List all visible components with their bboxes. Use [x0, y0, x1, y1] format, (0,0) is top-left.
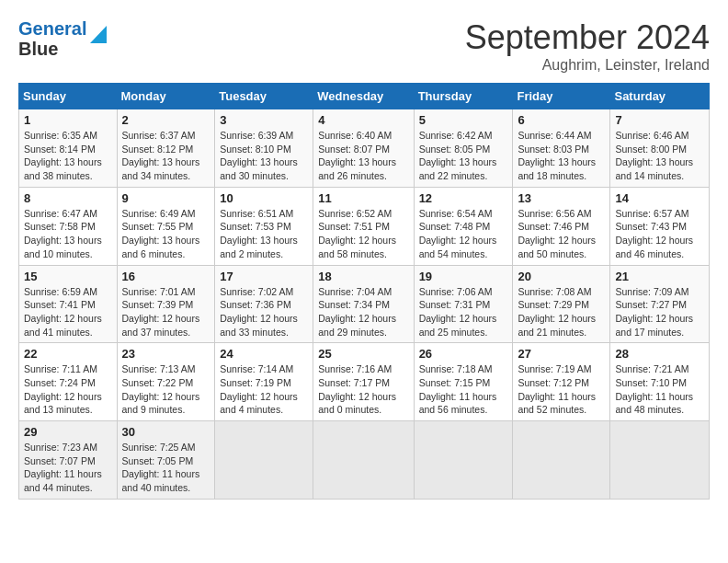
day-info: Sunrise: 6:40 AM Sunset: 8:07 PM Dayligh… [318, 129, 408, 183]
day-info: Sunrise: 7:21 AM Sunset: 7:10 PM Dayligh… [615, 362, 704, 417]
weekday-header-saturday: Saturday [610, 84, 710, 109]
day-number: 10 [220, 191, 308, 205]
day-info: Sunrise: 7:08 AM Sunset: 7:29 PM Dayligh… [518, 285, 605, 339]
day-info: Sunrise: 6:52 AM Sunset: 7:51 PM Dayligh… [318, 207, 408, 261]
day-info: Sunrise: 7:25 AM Sunset: 7:05 PM Dayligh… [122, 441, 210, 495]
calendar-day-21: 21Sunrise: 7:09 AM Sunset: 7:27 PM Dayli… [610, 265, 710, 343]
day-info: Sunrise: 7:14 AM Sunset: 7:19 PM Dayligh… [220, 362, 308, 417]
day-number: 2 [122, 113, 210, 127]
empty-day [313, 421, 414, 500]
day-number: 3 [220, 113, 308, 127]
calendar-week-2: 8Sunrise: 6:47 AM Sunset: 7:58 PM Daylig… [19, 187, 710, 265]
weekday-header-friday: Friday [513, 84, 610, 109]
day-info: Sunrise: 6:39 AM Sunset: 8:10 PM Dayligh… [220, 129, 308, 183]
calendar-day-22: 22Sunrise: 7:11 AM Sunset: 7:24 PM Dayli… [19, 343, 118, 421]
day-number: 22 [24, 347, 112, 361]
day-info: Sunrise: 6:57 AM Sunset: 7:43 PM Dayligh… [615, 207, 704, 261]
day-number: 9 [122, 191, 210, 205]
day-info: Sunrise: 7:13 AM Sunset: 7:22 PM Dayligh… [122, 362, 210, 417]
calendar-day-2: 2Sunrise: 6:37 AM Sunset: 8:12 PM Daylig… [117, 109, 215, 188]
day-number: 29 [24, 425, 112, 439]
calendar-day-16: 16Sunrise: 7:01 AM Sunset: 7:39 PM Dayli… [117, 265, 215, 343]
day-info: Sunrise: 6:37 AM Sunset: 8:12 PM Dayligh… [122, 129, 210, 183]
day-info: Sunrise: 7:16 AM Sunset: 7:17 PM Dayligh… [318, 362, 408, 417]
day-number: 1 [24, 113, 112, 127]
day-number: 20 [518, 270, 605, 283]
svg-marker-0 [90, 26, 107, 43]
day-number: 26 [419, 347, 508, 361]
calendar-day-10: 10Sunrise: 6:51 AM Sunset: 7:53 PM Dayli… [215, 187, 313, 265]
calendar-day-3: 3Sunrise: 6:39 AM Sunset: 8:10 PM Daylig… [215, 109, 313, 188]
calendar-day-8: 8Sunrise: 6:47 AM Sunset: 7:58 PM Daylig… [19, 187, 118, 265]
day-number: 6 [518, 113, 605, 127]
day-info: Sunrise: 6:59 AM Sunset: 7:41 PM Dayligh… [24, 285, 112, 339]
calendar-day-12: 12Sunrise: 6:54 AM Sunset: 7:48 PM Dayli… [414, 187, 513, 265]
day-info: Sunrise: 6:44 AM Sunset: 8:03 PM Dayligh… [518, 129, 605, 183]
calendar-day-14: 14Sunrise: 6:57 AM Sunset: 7:43 PM Dayli… [610, 187, 710, 265]
calendar-day-28: 28Sunrise: 7:21 AM Sunset: 7:10 PM Dayli… [610, 343, 710, 421]
calendar-day-26: 26Sunrise: 7:18 AM Sunset: 7:15 PM Dayli… [414, 343, 513, 421]
calendar-day-4: 4Sunrise: 6:40 AM Sunset: 8:07 PM Daylig… [313, 109, 414, 188]
calendar-day-11: 11Sunrise: 6:52 AM Sunset: 7:51 PM Dayli… [313, 187, 414, 265]
day-info: Sunrise: 7:23 AM Sunset: 7:07 PM Dayligh… [24, 441, 112, 495]
day-number: 19 [419, 270, 508, 283]
calendar-day-24: 24Sunrise: 7:14 AM Sunset: 7:19 PM Dayli… [215, 343, 313, 421]
calendar-day-7: 7Sunrise: 6:46 AM Sunset: 8:00 PM Daylig… [610, 109, 710, 188]
logo-text: GeneralBlue [18, 18, 86, 59]
day-info: Sunrise: 7:19 AM Sunset: 7:12 PM Dayligh… [518, 362, 605, 417]
day-number: 24 [220, 347, 308, 361]
logo: GeneralBlue [18, 18, 107, 59]
day-number: 4 [318, 113, 408, 127]
day-info: Sunrise: 7:04 AM Sunset: 7:34 PM Dayligh… [318, 285, 408, 339]
calendar-day-6: 6Sunrise: 6:44 AM Sunset: 8:03 PM Daylig… [513, 109, 610, 188]
calendar-day-17: 17Sunrise: 7:02 AM Sunset: 7:36 PM Dayli… [215, 265, 313, 343]
calendar-day-20: 20Sunrise: 7:08 AM Sunset: 7:29 PM Dayli… [513, 265, 610, 343]
month-title: September 2024 [465, 18, 710, 57]
calendar-day-15: 15Sunrise: 6:59 AM Sunset: 7:41 PM Dayli… [19, 265, 118, 343]
day-number: 15 [24, 270, 112, 283]
weekday-header-tuesday: Tuesday [215, 84, 313, 109]
calendar-table: SundayMondayTuesdayWednesdayThursdayFrid… [18, 83, 710, 500]
day-number: 28 [615, 347, 704, 361]
calendar-week-5: 29Sunrise: 7:23 AM Sunset: 7:07 PM Dayli… [19, 421, 710, 500]
calendar-day-19: 19Sunrise: 7:06 AM Sunset: 7:31 PM Dayli… [414, 265, 513, 343]
day-info: Sunrise: 6:51 AM Sunset: 7:53 PM Dayligh… [220, 207, 308, 261]
calendar-day-5: 5Sunrise: 6:42 AM Sunset: 8:05 PM Daylig… [414, 109, 513, 188]
calendar-day-27: 27Sunrise: 7:19 AM Sunset: 7:12 PM Dayli… [513, 343, 610, 421]
day-info: Sunrise: 7:09 AM Sunset: 7:27 PM Dayligh… [615, 285, 704, 339]
calendar-week-1: 1Sunrise: 6:35 AM Sunset: 8:14 PM Daylig… [19, 109, 710, 188]
location-subtitle: Aughrim, Leinster, Ireland [465, 57, 710, 74]
day-number: 16 [122, 270, 210, 283]
weekday-header-thursday: Thursday [414, 84, 513, 109]
calendar-day-1: 1Sunrise: 6:35 AM Sunset: 8:14 PM Daylig… [19, 109, 118, 188]
calendar-day-25: 25Sunrise: 7:16 AM Sunset: 7:17 PM Dayli… [313, 343, 414, 421]
empty-day [215, 421, 313, 500]
empty-day [610, 421, 710, 500]
weekday-header-wednesday: Wednesday [313, 84, 414, 109]
title-block: September 2024 Aughrim, Leinster, Irelan… [465, 18, 710, 74]
day-number: 5 [419, 113, 508, 127]
day-info: Sunrise: 6:46 AM Sunset: 8:00 PM Dayligh… [615, 129, 704, 183]
day-number: 23 [122, 347, 210, 361]
day-info: Sunrise: 6:47 AM Sunset: 7:58 PM Dayligh… [24, 207, 112, 261]
day-number: 21 [615, 270, 704, 283]
day-info: Sunrise: 7:11 AM Sunset: 7:24 PM Dayligh… [24, 362, 112, 417]
day-number: 11 [318, 191, 408, 205]
day-info: Sunrise: 6:54 AM Sunset: 7:48 PM Dayligh… [419, 207, 508, 261]
day-info: Sunrise: 7:06 AM Sunset: 7:31 PM Dayligh… [419, 285, 508, 339]
day-number: 25 [318, 347, 408, 361]
day-number: 7 [615, 113, 704, 127]
day-number: 18 [318, 270, 408, 283]
day-number: 30 [122, 425, 210, 439]
calendar-day-29: 29Sunrise: 7:23 AM Sunset: 7:07 PM Dayli… [19, 421, 118, 500]
calendar-day-23: 23Sunrise: 7:13 AM Sunset: 7:22 PM Dayli… [117, 343, 215, 421]
day-number: 27 [518, 347, 605, 361]
day-number: 8 [24, 191, 112, 205]
weekday-header-sunday: Sunday [19, 84, 118, 109]
day-info: Sunrise: 6:42 AM Sunset: 8:05 PM Dayligh… [419, 129, 508, 183]
empty-day [513, 421, 610, 500]
calendar-week-4: 22Sunrise: 7:11 AM Sunset: 7:24 PM Dayli… [19, 343, 710, 421]
calendar-day-30: 30Sunrise: 7:25 AM Sunset: 7:05 PM Dayli… [117, 421, 215, 500]
day-number: 14 [615, 191, 704, 205]
day-number: 13 [518, 191, 605, 205]
